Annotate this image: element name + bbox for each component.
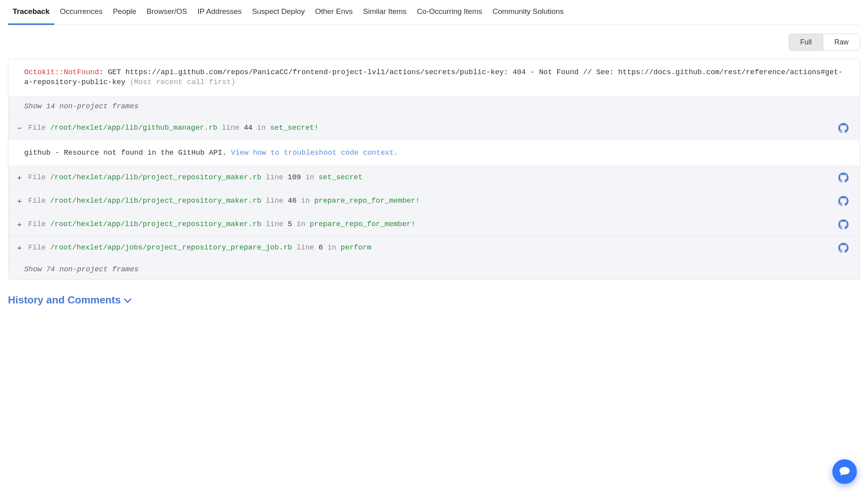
frame-body: github - Resource not found in the GitHu…: [8, 140, 860, 166]
expand-icon[interactable]: +: [16, 220, 23, 228]
tab-traceback[interactable]: Traceback: [13, 0, 50, 25]
stack-frame[interactable]: + File /root/hexlet/app/jobs/project_rep…: [8, 236, 860, 259]
github-icon[interactable]: [838, 123, 849, 133]
frame-body-text: github - Resource not found in the GitHu…: [24, 149, 231, 157]
tab-similar-items[interactable]: Similar Items: [363, 0, 407, 25]
github-icon[interactable]: [838, 173, 849, 183]
tab-occurrences[interactable]: Occurrences: [60, 0, 103, 25]
tab-suspect-deploy[interactable]: Suspect Deploy: [252, 0, 305, 25]
tab-people[interactable]: People: [113, 0, 136, 25]
github-icon[interactable]: [838, 196, 849, 206]
stack-frame[interactable]: − File /root/hexlet/app/lib/github_manag…: [8, 116, 860, 140]
github-icon[interactable]: [838, 243, 849, 253]
frame-path: /root/hexlet/app/jobs/project_repository…: [50, 244, 293, 252]
view-full-button[interactable]: Full: [789, 34, 823, 50]
frame-method: set_secret: [319, 173, 363, 182]
show-hidden-frames-after[interactable]: Show 74 non-project frames: [8, 259, 860, 279]
github-icon[interactable]: [838, 219, 849, 230]
expand-icon[interactable]: +: [16, 173, 23, 182]
frame-path: /root/hexlet/app/lib/project_repository_…: [50, 173, 262, 182]
history-comments-section[interactable]: History and Comments: [8, 294, 130, 306]
frame-method: perform: [340, 244, 371, 252]
troubleshoot-link[interactable]: View how to troubleshoot code context.: [231, 149, 398, 157]
tab-community-solutions[interactable]: Community Solutions: [493, 0, 564, 25]
error-header: Octokit::NotFound: GET https://api.githu…: [8, 59, 860, 96]
frame-method: prepare_repo_for_member!: [314, 197, 420, 205]
view-raw-button[interactable]: Raw: [823, 34, 860, 50]
frame-path: /root/hexlet/app/lib/project_repository_…: [50, 197, 262, 205]
chevron-down-icon: [124, 295, 132, 303]
frame-summary: File /root/hexlet/app/jobs/project_repos…: [28, 244, 833, 252]
expand-icon[interactable]: +: [16, 197, 23, 205]
frame-path: /root/hexlet/app/lib/github_manager.rb: [50, 124, 218, 132]
tab-other-envs[interactable]: Other Envs: [315, 0, 353, 25]
frame-summary: File /root/hexlet/app/lib/project_reposi…: [28, 220, 833, 228]
expand-icon[interactable]: +: [16, 244, 23, 252]
frame-summary: File /root/hexlet/app/lib/project_reposi…: [28, 173, 833, 182]
frame-line: 5: [288, 220, 292, 228]
traceback-box: Octokit::NotFound: GET https://api.githu…: [8, 59, 860, 280]
tab-co-occurring-items[interactable]: Co-Occurring Items: [417, 0, 482, 25]
frame-line: 44: [244, 124, 252, 132]
frame-method: set_secret!: [270, 124, 319, 132]
section-label: History and Comments: [8, 294, 121, 306]
stack-frame[interactable]: + File /root/hexlet/app/lib/project_repo…: [8, 213, 860, 236]
tab-ip-addresses[interactable]: IP Addresses: [197, 0, 242, 25]
view-toggle: Full Raw: [8, 34, 860, 51]
stack-frame[interactable]: + File /root/hexlet/app/lib/project_repo…: [8, 166, 860, 189]
frame-path: /root/hexlet/app/lib/project_repository_…: [50, 220, 262, 228]
frame-line: 46: [288, 197, 296, 205]
error-sep: :: [99, 68, 108, 77]
collapse-icon[interactable]: −: [16, 124, 23, 132]
tab-browser-os[interactable]: Browser/OS: [147, 0, 187, 25]
frame-summary: File /root/hexlet/app/lib/project_reposi…: [28, 197, 833, 205]
error-class: Octokit::NotFound: [24, 68, 99, 77]
show-hidden-frames-before[interactable]: Show 14 non-project frames: [8, 96, 860, 116]
frame-line: 109: [288, 173, 301, 182]
frame-line: 6: [319, 244, 323, 252]
error-note: (Most recent call first): [130, 78, 235, 86]
stack-frame[interactable]: + File /root/hexlet/app/lib/project_repo…: [8, 189, 860, 213]
frame-method: prepare_repo_for_member!: [310, 220, 415, 228]
tabs-bar: Traceback Occurrences People Browser/OS …: [8, 0, 860, 25]
frame-summary: File /root/hexlet/app/lib/github_manager…: [28, 124, 833, 132]
